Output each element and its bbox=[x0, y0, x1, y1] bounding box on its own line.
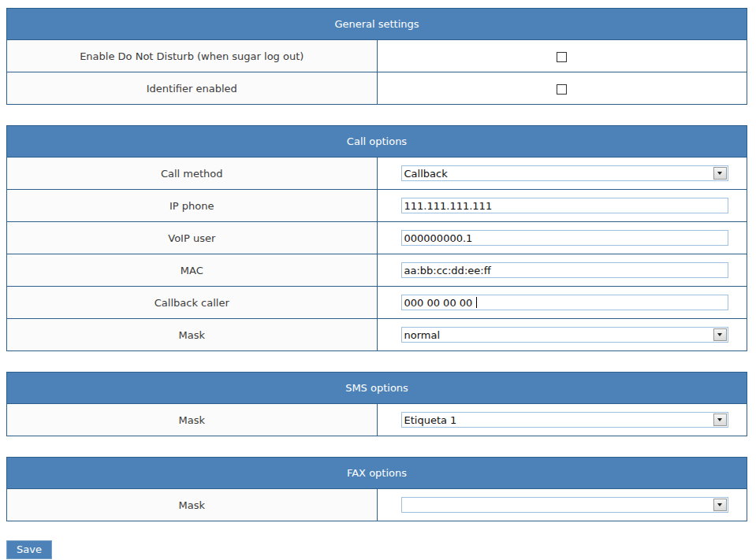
text-caret bbox=[476, 297, 477, 308]
voip-user-input[interactable] bbox=[401, 230, 728, 246]
table-row: Mask Etiqueta 1 bbox=[7, 404, 747, 436]
table-row: MAC bbox=[7, 254, 747, 287]
table-row: Enable Do Not Disturb (when sugar log ou… bbox=[7, 40, 747, 72]
field-label-identifier: Identifier enabled bbox=[7, 72, 378, 105]
section-header-general: General settings bbox=[7, 9, 747, 40]
sms-mask-select[interactable]: Etiqueta 1 bbox=[401, 412, 728, 428]
section-header-fax: FAX options bbox=[7, 458, 747, 489]
field-label-ip-phone: IP phone bbox=[7, 190, 378, 222]
table-row: VoIP user bbox=[7, 222, 747, 254]
call-options-section: Call options Call method Callback IP pho… bbox=[6, 125, 747, 351]
fax-options-section: FAX options Mask bbox=[6, 457, 747, 521]
mac-input[interactable] bbox=[401, 262, 728, 278]
section-header-call: Call options bbox=[7, 126, 747, 158]
table-row: Mask bbox=[7, 489, 747, 521]
dnd-checkbox[interactable] bbox=[557, 52, 567, 62]
section-header-sms: SMS options bbox=[7, 373, 747, 404]
identifier-checkbox[interactable] bbox=[557, 84, 567, 95]
table-row: Mask normal bbox=[7, 319, 747, 351]
callback-caller-input[interactable] bbox=[401, 295, 728, 310]
call-mask-select-value: normal bbox=[402, 329, 713, 341]
field-label-dnd: Enable Do Not Disturb (when sugar log ou… bbox=[7, 40, 378, 72]
field-label-callback-caller: Callback caller bbox=[7, 287, 378, 319]
ip-phone-input[interactable] bbox=[401, 198, 728, 213]
sms-options-section: SMS options Mask Etiqueta 1 bbox=[6, 372, 747, 436]
field-label-call-mask: Mask bbox=[7, 319, 378, 351]
fax-mask-select[interactable] bbox=[401, 497, 728, 513]
table-row: Callback caller bbox=[7, 287, 747, 319]
chevron-down-icon[interactable] bbox=[713, 499, 727, 511]
field-label-sms-mask: Mask bbox=[7, 404, 378, 436]
table-row: Identifier enabled bbox=[7, 72, 747, 105]
call-mask-select[interactable]: normal bbox=[401, 327, 728, 343]
chevron-down-icon[interactable] bbox=[713, 414, 727, 426]
call-method-select[interactable]: Callback bbox=[401, 165, 728, 181]
save-button[interactable]: Save bbox=[6, 540, 52, 559]
field-label-call-method: Call method bbox=[7, 158, 378, 190]
table-row: IP phone bbox=[7, 190, 747, 222]
field-label-mac: MAC bbox=[7, 254, 378, 287]
chevron-down-icon[interactable] bbox=[713, 167, 727, 180]
sms-mask-select-value: Etiqueta 1 bbox=[402, 414, 713, 426]
table-row: Call method Callback bbox=[7, 158, 747, 190]
chevron-down-icon[interactable] bbox=[713, 328, 727, 341]
general-settings-section: General settings Enable Do Not Disturb (… bbox=[6, 8, 747, 105]
field-label-voip-user: VoIP user bbox=[7, 222, 378, 254]
call-method-select-value: Callback bbox=[402, 168, 713, 180]
field-label-fax-mask: Mask bbox=[7, 489, 378, 521]
